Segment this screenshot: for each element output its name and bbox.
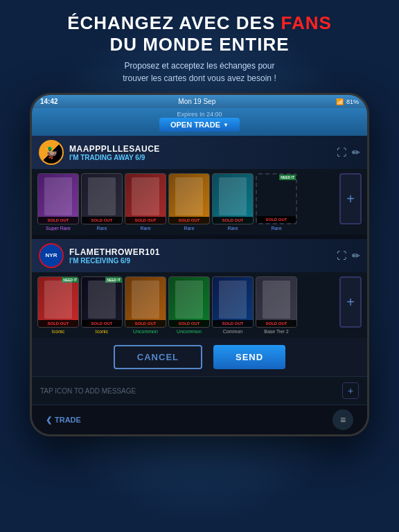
trader2-card-2[interactable]: NEED IT SOLD OUT Iconic: [81, 276, 123, 334]
trader1-card-img-2: SOLD OUT: [81, 173, 123, 224]
trader2-info: FLAMETHROWER101 I'M RECEIVING 6/9: [69, 247, 331, 265]
trader1-name: MAAPPPLLLESAUCE: [69, 144, 331, 154]
need-it-badge-6: NEED IT: [279, 175, 296, 180]
trader2-icons: ⛶ ✏: [337, 250, 360, 261]
trader2-add-card-button[interactable]: +: [339, 276, 362, 328]
trader2-card-img-2: NEED IT SOLD OUT: [81, 276, 123, 328]
trader1-card-img-4: SOLD OUT: [168, 173, 210, 224]
trader1-icons: ⛶ ✏: [337, 147, 360, 158]
menu-button[interactable]: ≡: [332, 409, 353, 430]
trader2-card-img-3: SOLD OUT: [125, 276, 166, 328]
open-trade-button[interactable]: OPEN TRADE: [159, 118, 240, 132]
trader2-card-1[interactable]: NEED IT SOLD OUT Iconic: [37, 276, 79, 334]
trader2-header: NYR FLAMETHROWER101 I'M RECEIVING 6/9 ⛶ …: [32, 239, 367, 272]
trader1-card-6[interactable]: NEED IT SOLD OUT Rare: [256, 173, 297, 231]
banner-title-line2: DU MONDE ENTIRE: [21, 34, 378, 55]
trader1-card-label-6: Rare: [256, 226, 297, 231]
trader1-section: 🦆 MAAPPPLLLESAUCE I'M TRADING AWAY 6/9 ⛶…: [32, 136, 367, 235]
edit-icon[interactable]: ✏: [352, 147, 360, 158]
trader1-card-label-3: Rare: [125, 226, 166, 231]
top-banner: ÉCHANGEZ AVEC DES FANS DU MONDE ENTIRE P…: [0, 0, 399, 93]
trader2-card-label-2: Iconic: [81, 329, 123, 334]
trader2-card-img-6: SOLD OUT: [256, 276, 297, 328]
message-add-button[interactable]: +: [342, 382, 359, 399]
bottom-nav: ❮ TRADE ≡: [32, 405, 367, 434]
trader1-add-card-button[interactable]: +: [339, 173, 362, 224]
sold-out-badge-4: SOLD OUT: [169, 217, 209, 224]
trader1-card-1[interactable]: SOLD OUT Super Rare: [37, 173, 79, 231]
trader2-card-5[interactable]: SOLD OUT Common: [212, 276, 254, 334]
trader2-card-img-1: NEED IT SOLD OUT: [37, 276, 79, 328]
trader1-cards-area: SOLD OUT Super Rare SOLD OUT Rare: [32, 169, 367, 235]
trader2-avatar: NYR: [39, 243, 64, 268]
trader1-card-2[interactable]: SOLD OUT Rare: [81, 173, 123, 231]
trader2-sold-out-1: SOLD OUT: [38, 320, 78, 327]
trader2-card-6[interactable]: SOLD OUT Base Tier 2: [256, 276, 297, 334]
status-date: Mon 19 Sep: [178, 98, 215, 105]
trader1-avatar: 🦆: [39, 140, 64, 165]
trader1-card-img-3: SOLD OUT: [125, 173, 166, 224]
trader1-header: 🦆 MAAPPPLLLESAUCE I'M TRADING AWAY 6/9 ⛶…: [32, 136, 367, 169]
banner-title-line1: ÉCHANGEZ AVEC DES FANS: [21, 12, 378, 34]
message-placeholder: TAP ICON TO ADD MESSAGE: [40, 387, 337, 395]
trader2-card-label-4: Uncommon: [168, 329, 210, 334]
trader2-section: NYR FLAMETHROWER101 I'M RECEIVING 6/9 ⛶ …: [32, 239, 367, 338]
trader2-action: I'M RECEIVING 6/9: [69, 257, 331, 265]
message-bar: TAP ICON TO ADD MESSAGE +: [32, 376, 367, 405]
trader2-expand-icon[interactable]: ⛶: [337, 250, 346, 261]
trader2-card-label-6: Base Tier 2: [256, 329, 297, 334]
action-bar: CANCEL SEND: [32, 338, 367, 376]
back-chevron-icon: ❮: [46, 416, 52, 425]
send-button[interactable]: SEND: [213, 345, 285, 369]
battery-icon: 81%: [346, 98, 359, 105]
trader2-cards-area: NEED IT SOLD OUT Iconic NEED IT SOLD OUT…: [32, 272, 367, 338]
trader1-card-3[interactable]: SOLD OUT Rare: [125, 173, 166, 231]
trader1-card-img-5: SOLD OUT: [212, 173, 254, 224]
trader2-cards-grid: NEED IT SOLD OUT Iconic NEED IT SOLD OUT…: [37, 276, 337, 334]
trader2-sold-out-4: SOLD OUT: [169, 320, 209, 327]
back-button[interactable]: ❮ TRADE: [46, 416, 81, 425]
trader1-card-label-4: Rare: [168, 226, 210, 231]
trader1-card-4[interactable]: SOLD OUT Rare: [168, 173, 210, 231]
trader2-card-3[interactable]: SOLD OUT Uncommon: [125, 276, 166, 334]
sold-out-badge-3: SOLD OUT: [125, 217, 166, 224]
trader2-card-4[interactable]: SOLD OUT Uncommon: [168, 276, 210, 334]
trader2-name: FLAMETHROWER101: [69, 247, 331, 257]
sold-out-badge-2: SOLD OUT: [82, 217, 122, 224]
trader1-info: MAAPPPLLLESAUCE I'M TRADING AWAY 6/9: [69, 144, 331, 161]
trader2-card-label-1: Iconic: [37, 329, 79, 334]
trade-header: Expires In 24:00 OPEN TRADE: [32, 108, 367, 136]
status-bar: 14:42 Mon 19 Sep 📶 81%: [32, 95, 367, 108]
trader2-edit-icon[interactable]: ✏: [352, 250, 360, 261]
status-icons: 📶 81%: [336, 98, 359, 105]
trader2-sold-out-3: SOLD OUT: [125, 320, 166, 327]
trader1-card-img-6: NEED IT SOLD OUT: [256, 173, 297, 224]
trader2-sold-out-5: SOLD OUT: [213, 320, 253, 327]
trader1-action: I'M TRADING AWAY 6/9: [69, 154, 331, 161]
trader2-card-img-4: SOLD OUT: [168, 276, 210, 328]
wifi-icon: 📶: [336, 98, 344, 105]
sold-out-badge-6: SOLD OUT: [257, 216, 296, 223]
expires-text: Expires In 24:00: [39, 111, 360, 118]
trader1-card-img-1: SOLD OUT: [37, 173, 79, 224]
trader2-sold-out-2: SOLD OUT: [82, 320, 122, 327]
trader1-card-label-2: Rare: [81, 226, 123, 231]
expand-icon[interactable]: ⛶: [337, 147, 346, 158]
trader2-sold-out-6: SOLD OUT: [256, 320, 296, 327]
trader1-card-label-5: Rare: [212, 226, 254, 231]
sold-out-badge-1: SOLD OUT: [38, 217, 78, 224]
status-time: 14:42: [40, 98, 58, 105]
trader2-card-label-3: Uncommon: [125, 329, 166, 334]
trader1-card-5[interactable]: SOLD OUT Rare: [212, 173, 254, 231]
trader2-card-img-5: SOLD OUT: [212, 276, 254, 328]
device-frame: 14:42 Mon 19 Sep 📶 81% Expires In 24:00 …: [30, 93, 369, 436]
cancel-button[interactable]: CANCEL: [114, 345, 202, 369]
trader2-card-label-5: Common: [212, 329, 254, 334]
sold-out-badge-5: SOLD OUT: [213, 217, 253, 224]
trader1-cards-grid: SOLD OUT Super Rare SOLD OUT Rare: [37, 173, 337, 231]
back-label: TRADE: [55, 416, 81, 424]
trader1-card-label-1: Super Rare: [37, 226, 79, 231]
banner-subtitle: Proposez et acceptez les échanges pourtr…: [21, 60, 378, 85]
